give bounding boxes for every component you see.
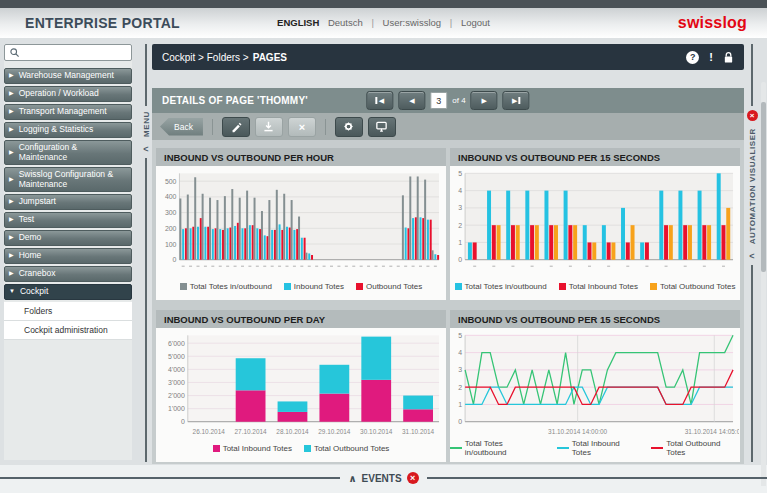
svg-text:100: 100 <box>165 241 177 248</box>
chevron-up-icon[interactable]: ∧ <box>348 473 356 484</box>
sidebar-item-warehouse-management[interactable]: ▶Warehouse Management <box>4 68 132 84</box>
previous-page-button[interactable]: ◀ <box>398 91 425 110</box>
chart-panel-inbound-outbound-per-15s-bars: INBOUND VS OUTBOUND PER 15 SECONDS 01234… <box>450 148 740 300</box>
sidebar-item-transport-management[interactable]: ▶Transport Management <box>4 104 132 120</box>
chart-legend: Total Inbound TotesTotal Outbound Totes <box>156 438 446 458</box>
legend-label: Outbound Totes <box>366 282 422 291</box>
sidebar-item-label: Cranebox <box>19 269 56 279</box>
legend-swatch <box>650 283 657 290</box>
chart-legend: Total Totes in/outboundInbound TotesOutb… <box>156 276 446 296</box>
events-bar[interactable]: ∧ EVENTS × <box>0 470 767 486</box>
legend-label: Total Outbound Totes <box>666 439 740 457</box>
next-page-button[interactable]: ▶ <box>471 91 498 110</box>
svg-text:4: 4 <box>458 349 462 356</box>
legend-item: Outbound Totes <box>356 282 422 291</box>
sidebar-item-label: Operation / Workload <box>19 89 99 99</box>
scrollbar-thumb[interactable] <box>761 102 766 272</box>
svg-text:400: 400 <box>165 193 177 200</box>
legend-label: Total Totes in/outbound <box>190 282 272 291</box>
legend-label: Total Outbound Totes <box>314 444 389 453</box>
swisslog-logo: swisslog <box>678 14 747 32</box>
svg-text:1'000: 1'000 <box>168 405 185 412</box>
chevron-right-icon: ▶ <box>9 269 14 279</box>
automation-visualiser-tab[interactable]: × AUTOMATION VISUALISER < <box>744 44 760 462</box>
sidebar-item-cranebox[interactable]: ▶Cranebox <box>4 266 132 282</box>
sidebar-item-operation-workload[interactable]: ▶Operation / Workload <box>4 86 132 102</box>
first-page-button[interactable]: ◀ <box>366 91 393 110</box>
svg-text:5: 5 <box>458 170 462 177</box>
sidebar-item-label: Swisslog Configuration & Maintenance <box>19 170 127 189</box>
legend-label: Total Inbound Totes <box>569 282 638 291</box>
chart-legend: Total Totes in/outboundTotal Inbound Tot… <box>450 276 740 296</box>
sidebar-item-cockpit[interactable]: ▼Cockpit <box>4 284 132 300</box>
sidebar-subitem-cockpit-administration[interactable]: Cockpit administration <box>4 321 132 340</box>
chart-title: INBOUND VS OUTBOUND PER 15 SECONDS <box>450 310 740 328</box>
sidebar-item-swisslog-configuration-maintenance[interactable]: ▶Swisslog Configuration & Maintenance <box>4 167 132 192</box>
legend-label: Inbound Totes <box>294 282 344 291</box>
svg-text:29.10.2014: 29.10.2014 <box>318 428 351 435</box>
legend-item: Total Totes in/outbound <box>455 282 547 291</box>
divider-line <box>145 158 147 462</box>
events-label[interactable]: EVENTS <box>362 473 402 484</box>
last-page-bar <box>518 97 520 104</box>
search-input[interactable] <box>24 48 127 58</box>
svg-text:2'000: 2'000 <box>168 392 185 399</box>
sidebar-item-label: Configuration & Maintenance <box>19 143 127 162</box>
nav-separator: | <box>450 17 452 28</box>
delete-button[interactable]: × <box>288 117 316 137</box>
edit-button[interactable] <box>222 117 250 137</box>
svg-text:5'000: 5'000 <box>168 353 185 360</box>
svg-text:6'000: 6'000 <box>168 340 185 347</box>
settings-button[interactable] <box>335 117 363 137</box>
sidebar-item-configuration-maintenance[interactable]: ▶Configuration & Maintenance <box>4 140 132 165</box>
scrollbar[interactable] <box>761 82 766 493</box>
alert-icon[interactable]: ! <box>709 51 713 63</box>
sidebar-item-jumpstart[interactable]: ▶Jumpstart <box>4 194 132 210</box>
chart-title: INBOUND VS OUTBOUND PER HOUR <box>156 148 446 166</box>
breadcrumb-current: PAGES <box>253 52 287 63</box>
chevron-right-icon: ▶ <box>9 125 14 135</box>
collapse-right-icon[interactable]: < <box>749 251 754 261</box>
collapse-left-icon[interactable]: < <box>143 144 148 154</box>
legend-swatch <box>213 445 220 452</box>
sidebar-item-demo[interactable]: ▶Demo <box>4 230 132 246</box>
sidebar-item-test[interactable]: ▶Test <box>4 212 132 228</box>
logout-link[interactable]: Logout <box>461 17 490 28</box>
back-button[interactable]: Back <box>160 118 203 136</box>
svg-text:3'000: 3'000 <box>168 379 185 386</box>
sidebar-item-logging-statistics[interactable]: ▶Logging & Statistics <box>4 122 132 138</box>
legend-item: Total Totes in/outbound <box>180 282 272 291</box>
chevron-down-icon: ▼ <box>9 287 15 297</box>
last-page-button[interactable]: ▶ <box>503 91 530 110</box>
top-navigation: ENGLISH Deutsch | User:swisslog | Logout <box>0 17 767 28</box>
help-icon[interactable]: ? <box>686 51 699 64</box>
sidebar-item-home[interactable]: ▶Home <box>4 248 132 264</box>
chevron-right-icon: ▶ <box>9 251 14 261</box>
menu-tab-label: MENU <box>142 111 151 137</box>
breadcrumb-icons: ? ! <box>686 51 734 64</box>
main-content: Cockpit > Folders > PAGES ? ! DETAILS OF… <box>152 44 744 464</box>
language-english-link[interactable]: ENGLISH <box>277 17 319 28</box>
download-button[interactable] <box>255 117 283 137</box>
lock-icon[interactable] <box>723 51 734 64</box>
chart-body: 01234531.10.2014 14:00:0031.10.2014 14:0… <box>450 328 740 462</box>
nav-separator: | <box>371 17 373 28</box>
display-button[interactable] <box>368 117 396 137</box>
monitor-icon <box>375 120 388 133</box>
breadcrumb-path[interactable]: Cockpit > Folders > <box>162 52 249 63</box>
page-count-label: of 4 <box>452 96 465 105</box>
legend-swatch <box>450 447 462 449</box>
sidebar-item-label: Test <box>19 215 35 225</box>
sidebar-search-box[interactable] <box>4 44 132 61</box>
close-visualiser-icon[interactable]: × <box>747 110 758 121</box>
events-close-icon[interactable]: × <box>407 472 419 484</box>
language-deutsch-link[interactable]: Deutsch <box>328 17 363 28</box>
events-divider-line <box>427 477 767 479</box>
current-user-label: User:swisslog <box>383 17 442 28</box>
page-number-input[interactable] <box>430 92 447 109</box>
chart-title: INBOUND VS OUTBOUND PER 15 SECONDS <box>450 148 740 166</box>
sidebar-menu: ▶Warehouse Management▶Operation / Worklo… <box>4 68 132 340</box>
legend-item: Total Outbound Totes <box>651 439 740 457</box>
chart-body: 01'0002'0003'0004'0005'0006'00026.10.201… <box>156 328 446 462</box>
sidebar-subitem-folders[interactable]: Folders <box>4 302 132 321</box>
